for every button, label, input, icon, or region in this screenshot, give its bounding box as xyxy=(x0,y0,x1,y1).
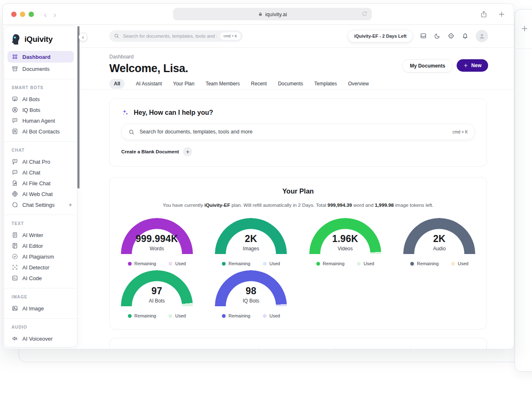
sidebar-scrollbar[interactable] xyxy=(77,26,79,189)
logo[interactable]: iQuivity xyxy=(4,26,77,50)
assistant-search-input[interactable] xyxy=(139,128,448,135)
gauge-value: 2K xyxy=(215,233,287,244)
words-left: 999,994.39 xyxy=(327,202,352,208)
my-documents-button[interactable]: My Documents xyxy=(402,59,453,73)
sidebar-item-ai-image[interactable]: AI Image xyxy=(4,303,77,314)
gauge-value: 98 xyxy=(215,286,287,297)
minimize-window-button[interactable] xyxy=(20,12,25,17)
remaining-dot xyxy=(222,262,226,266)
assistant-search[interactable]: cmd + K xyxy=(121,123,475,140)
gauge-value: 1.96K xyxy=(309,233,381,244)
summary-column-hours-saved: Hours Saved xyxy=(259,346,335,349)
address-bar[interactable]: iquivity.ai xyxy=(173,8,372,20)
target-icon[interactable] xyxy=(448,32,455,39)
tab-recent[interactable]: Recent xyxy=(251,81,267,87)
image-icon xyxy=(12,305,18,312)
tab-overview[interactable]: Overview xyxy=(348,81,369,87)
divider xyxy=(4,318,77,319)
microphone-icon xyxy=(12,346,18,347)
divider xyxy=(4,79,77,79)
sidebar-item-ai-bots[interactable]: AI Bots xyxy=(4,94,77,104)
chat-plus-icon xyxy=(12,158,18,165)
app-header: cmd + K iQuivity-EF - 2 Days Left xyxy=(77,24,514,48)
sidebar-item-ai-code[interactable]: AI Code xyxy=(4,273,77,283)
tab-your-plan[interactable]: Your Plan xyxy=(173,81,195,87)
url-text: iquivity.ai xyxy=(265,11,287,17)
globe-icon xyxy=(12,191,18,197)
reload-icon[interactable] xyxy=(361,10,368,17)
back-icon[interactable]: ‹ xyxy=(44,10,47,19)
share-icon[interactable] xyxy=(480,10,488,18)
book-icon xyxy=(12,242,18,249)
used-dot xyxy=(263,262,267,266)
sidebar-item-ai-voiceover[interactable]: AI Voiceover xyxy=(4,333,77,344)
usage-gauges: 999.994K Words Remaining Used xyxy=(110,218,486,318)
gauge-ai-bots: 97 AI Bots Remaining Used xyxy=(121,270,193,318)
plan-badge[interactable]: iQuivity-EF - 2 Days Left xyxy=(348,30,413,42)
sidebar-item-ai-detector[interactable]: AI Detector xyxy=(4,262,77,273)
sidebar-item-chat-settings[interactable]: Chat Settings + xyxy=(4,199,77,210)
avatar[interactable] xyxy=(476,30,488,42)
notifications-bell-icon[interactable] xyxy=(462,32,469,39)
assistant-heading: Hey, How can I help you? xyxy=(134,109,213,116)
sidebar-item-ai-chat-pro[interactable]: AI Chat Pro xyxy=(4,156,77,167)
your-plan-card: Your Plan You have currently iQuivity-EF… xyxy=(109,177,487,329)
sidebar-item-ai-editor[interactable]: AI Editor xyxy=(4,240,77,251)
remaining-dot xyxy=(410,262,414,266)
new-tab-plus-icon[interactable] xyxy=(498,10,506,18)
dark-mode-moon-icon[interactable] xyxy=(434,33,441,39)
forward-icon[interactable]: › xyxy=(53,10,56,19)
tab-ai-assistant[interactable]: AI Assistant xyxy=(136,81,162,87)
logo-text: iQuivity xyxy=(24,35,53,44)
sidebar-collapse-button[interactable]: ‹ xyxy=(79,33,87,41)
lock-icon xyxy=(258,12,263,17)
gauge-label: AI Bots xyxy=(121,298,193,304)
inbox-icon[interactable] xyxy=(420,32,427,39)
user-circle-icon xyxy=(12,107,18,113)
used-dot xyxy=(357,262,361,266)
summary-column-chatbots: Chatbots xyxy=(411,346,486,349)
sidebar-item-ai-voice-clone[interactable]: AI Voice Clone xyxy=(4,344,77,347)
terminal-icon xyxy=(12,275,18,281)
screen: ‹ › iquivity.ai xyxy=(0,0,532,397)
zoom-window-button[interactable] xyxy=(29,12,34,17)
sidebar-item-ai-plagiarism[interactable]: AI Plagiarism xyxy=(4,251,77,262)
gauge-value: 999.994K xyxy=(121,233,193,244)
new-tab-icon[interactable] xyxy=(520,24,529,33)
gauge-label: Audio xyxy=(403,246,475,252)
sidebar-item-dashboard[interactable]: Dashboard xyxy=(7,51,74,63)
close-window-button[interactable] xyxy=(11,12,17,17)
gauge-videos: 1.96K Videos Remaining Used xyxy=(309,218,381,266)
add-chat-settings-icon[interactable]: + xyxy=(69,201,72,208)
global-search-input[interactable] xyxy=(122,33,217,39)
assistant-card: Hey, How can I help you? cmd + K Create … xyxy=(109,98,487,167)
global-search[interactable]: cmd + K xyxy=(109,30,243,42)
sidebar-item-ai-file-chat[interactable]: AI File Chat xyxy=(4,178,77,189)
sidebar-item-human-agent[interactable]: Human Agent xyxy=(4,115,77,126)
sidebar-item-ai-web-chat[interactable]: AI Web Chat xyxy=(4,189,77,199)
sidebar-item-documents[interactable]: Documents xyxy=(4,63,77,74)
used-dot xyxy=(451,262,455,266)
gauge-audio: 2K Audio Remaining Used xyxy=(403,218,475,266)
browser-nav: ‹ › xyxy=(44,10,56,19)
sidebar-item-ai-chat[interactable]: AI Chat xyxy=(4,167,77,178)
create-document-plus-button[interactable] xyxy=(183,147,192,156)
tab-templates[interactable]: Templates xyxy=(314,81,337,87)
gauge-images: 2K Images Remaining Used xyxy=(215,218,287,266)
sidebar-item-iq-bots[interactable]: IQ Bots xyxy=(4,104,77,115)
browser-chrome: ‹ › iquivity.ai xyxy=(3,4,514,25)
tab-documents[interactable]: Documents xyxy=(278,81,303,87)
contacts-icon xyxy=(12,128,18,135)
remaining-dot xyxy=(128,314,132,318)
grid-dots-icon xyxy=(12,53,18,60)
new-button[interactable]: New xyxy=(457,59,488,72)
breadcrumb: Dashboard xyxy=(109,54,488,60)
tab-team-members[interactable]: Team Members xyxy=(206,81,240,87)
section-label-text: TEXT xyxy=(12,221,77,226)
sidebar-item-ai-writer[interactable]: AI Writer xyxy=(4,230,77,240)
create-blank-document-label[interactable]: Create a Blank Document xyxy=(121,149,179,154)
section-label-chat: CHAT xyxy=(12,148,77,153)
sidebar-item-ai-bot-contacts[interactable]: AI Bot Contacts xyxy=(4,126,77,137)
tab-all[interactable]: All xyxy=(109,79,125,89)
gauge-label: IQ Bots xyxy=(215,298,287,304)
